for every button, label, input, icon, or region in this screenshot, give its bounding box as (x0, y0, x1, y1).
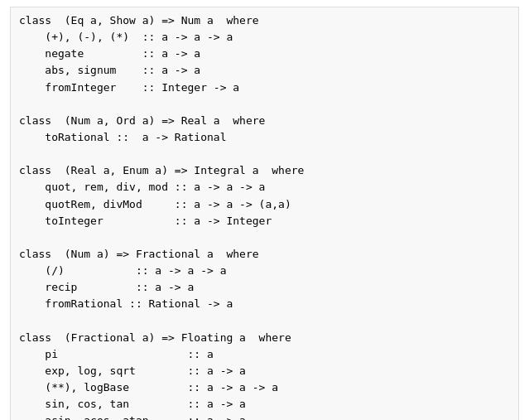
integral-class-section: class (Real a, Enum a) => Integral a whe… (19, 164, 304, 226)
real-class-section: class (Num a, Ord a) => Real a where toR… (19, 114, 265, 143)
code-display: class (Eq a, Show a) => Num a where (+),… (10, 7, 519, 420)
floating-class-section: class (Fractional a) => Floating a where… (19, 331, 291, 420)
num-class-section: class (Eq a, Show a) => Num a where (+),… (19, 14, 259, 94)
fractional-class-section: class (Num a) => Fractional a where (/) … (19, 248, 259, 310)
